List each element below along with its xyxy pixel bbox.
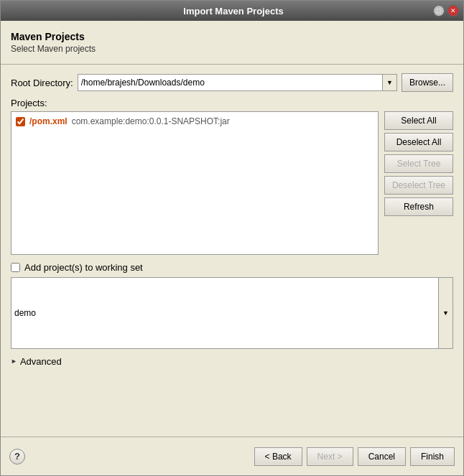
root-directory-combo[interactable]: ▼ bbox=[78, 74, 397, 91]
title-bar-controls: □ ✕ bbox=[433, 5, 459, 17]
minimize-button[interactable]: □ bbox=[433, 5, 445, 17]
select-all-button[interactable]: Select All bbox=[384, 111, 453, 130]
project-artifact: com.example:demo:0.0.1-SNAPSHOT:jar bbox=[72, 116, 230, 126]
back-button[interactable]: < Back bbox=[254, 447, 302, 466]
close-button[interactable]: ✕ bbox=[447, 5, 459, 17]
spacer bbox=[11, 367, 453, 437]
working-set-input[interactable] bbox=[11, 278, 438, 348]
select-tree-button[interactable]: Select Tree bbox=[384, 154, 453, 173]
side-buttons: Select All Deselect All Select Tree Dese… bbox=[384, 111, 453, 255]
section-title: Maven Projects bbox=[11, 31, 453, 42]
cancel-button[interactable]: Cancel bbox=[358, 447, 406, 466]
footer: ? < Back Next > Cancel Finish bbox=[1, 437, 463, 475]
footer-buttons: < Back Next > Cancel Finish bbox=[254, 447, 455, 466]
advanced-row[interactable]: ► Advanced bbox=[11, 356, 453, 367]
project-checkbox[interactable] bbox=[16, 117, 25, 126]
working-set-checkbox[interactable] bbox=[11, 263, 20, 272]
working-set-dropdown-arrow[interactable]: ▼ bbox=[438, 278, 453, 348]
header-divider bbox=[1, 64, 463, 65]
deselect-tree-button[interactable]: Deselect Tree bbox=[384, 176, 453, 195]
window-title: Import Maven Projects bbox=[34, 6, 433, 17]
projects-list[interactable]: /pom.xml com.example:demo:0.0.1-SNAPSHOT… bbox=[11, 111, 379, 255]
advanced-arrow-icon: ► bbox=[11, 358, 17, 365]
root-directory-label: Root Directory: bbox=[11, 78, 73, 88]
title-bar: Import Maven Projects □ ✕ bbox=[1, 1, 463, 21]
root-directory-dropdown-arrow[interactable]: ▼ bbox=[382, 75, 396, 90]
root-directory-input[interactable] bbox=[78, 75, 382, 90]
working-set-row: Add project(s) to working set bbox=[11, 262, 453, 273]
next-button[interactable]: Next > bbox=[307, 447, 353, 466]
section-subtitle: Select Maven projects bbox=[11, 44, 453, 54]
table-row: /pom.xml com.example:demo:0.0.1-SNAPSHOT… bbox=[14, 115, 375, 128]
browse-button[interactable]: Browse... bbox=[402, 73, 453, 92]
projects-label: Projects: bbox=[11, 98, 453, 108]
working-set-label: Add project(s) to working set bbox=[24, 262, 143, 273]
advanced-label: Advanced bbox=[20, 356, 62, 367]
working-set-combo[interactable]: ▼ bbox=[11, 277, 453, 349]
dialog-content: Maven Projects Select Maven projects Roo… bbox=[1, 21, 463, 437]
root-directory-row: Root Directory: ▼ Browse... bbox=[11, 73, 453, 92]
help-button[interactable]: ? bbox=[9, 449, 25, 465]
main-window: Import Maven Projects □ ✕ Maven Projects… bbox=[0, 0, 464, 476]
project-path: /pom.xml bbox=[29, 116, 68, 126]
refresh-button[interactable]: Refresh bbox=[384, 197, 453, 216]
finish-button[interactable]: Finish bbox=[410, 447, 455, 466]
deselect-all-button[interactable]: Deselect All bbox=[384, 133, 453, 151]
projects-area: /pom.xml com.example:demo:0.0.1-SNAPSHOT… bbox=[11, 111, 453, 255]
